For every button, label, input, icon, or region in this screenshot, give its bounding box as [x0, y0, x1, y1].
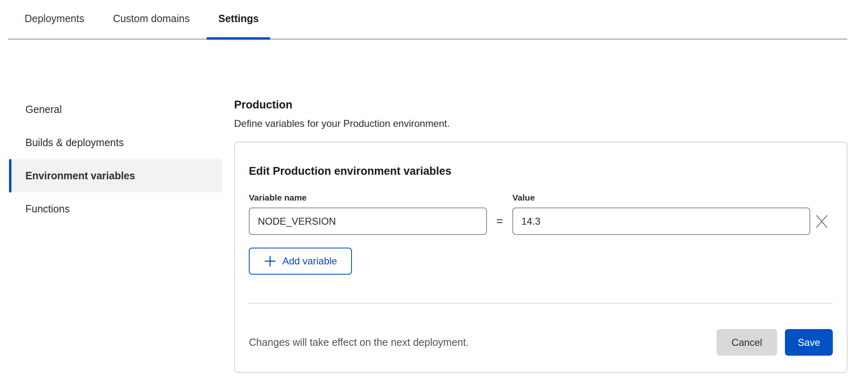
environment-description: Define variables for your Production env…	[234, 118, 848, 129]
tab-settings[interactable]: Settings	[207, 0, 270, 40]
card-divider	[249, 303, 833, 304]
sidebar-item-general[interactable]: General	[9, 93, 222, 126]
tab-bar: Deployments Custom domains Settings	[8, 0, 847, 40]
add-variable-label: Add variable	[282, 255, 337, 267]
tab-custom-domains[interactable]: Custom domains	[101, 0, 201, 40]
settings-sidebar: General Builds & deployments Environment…	[0, 92, 234, 373]
x-icon	[815, 214, 829, 228]
cancel-button[interactable]: Cancel	[717, 329, 778, 356]
variable-name-label: Variable name	[249, 193, 487, 203]
edit-variables-card: Edit Production environment variables Va…	[234, 142, 848, 373]
settings-content: General Builds & deployments Environment…	[0, 40, 868, 373]
environment-variables-panel: Production Define variables for your Pro…	[234, 92, 848, 373]
save-button[interactable]: Save	[785, 329, 833, 356]
sidebar-item-builds-deployments[interactable]: Builds & deployments	[9, 126, 222, 159]
add-variable-button[interactable]: Add variable	[249, 248, 352, 275]
variable-value-input[interactable]	[512, 208, 810, 235]
sidebar-item-environment-variables[interactable]: Environment variables	[9, 159, 222, 192]
equals-sign: =	[487, 215, 512, 228]
card-title: Edit Production environment variables	[249, 165, 833, 178]
variable-name-input[interactable]	[249, 208, 487, 235]
value-label: Value	[512, 193, 810, 203]
footer-actions: Cancel Save	[717, 329, 833, 356]
environment-heading: Production	[234, 99, 848, 111]
plus-icon	[264, 255, 276, 267]
remove-variable-button[interactable]	[812, 211, 832, 232]
variable-row: Variable name Value =	[249, 193, 833, 235]
tab-deployments[interactable]: Deployments	[13, 0, 96, 40]
footer-note: Changes will take effect on the next dep…	[249, 336, 469, 348]
card-footer: Changes will take effect on the next dep…	[249, 329, 833, 356]
sidebar-item-functions[interactable]: Functions	[9, 192, 222, 226]
